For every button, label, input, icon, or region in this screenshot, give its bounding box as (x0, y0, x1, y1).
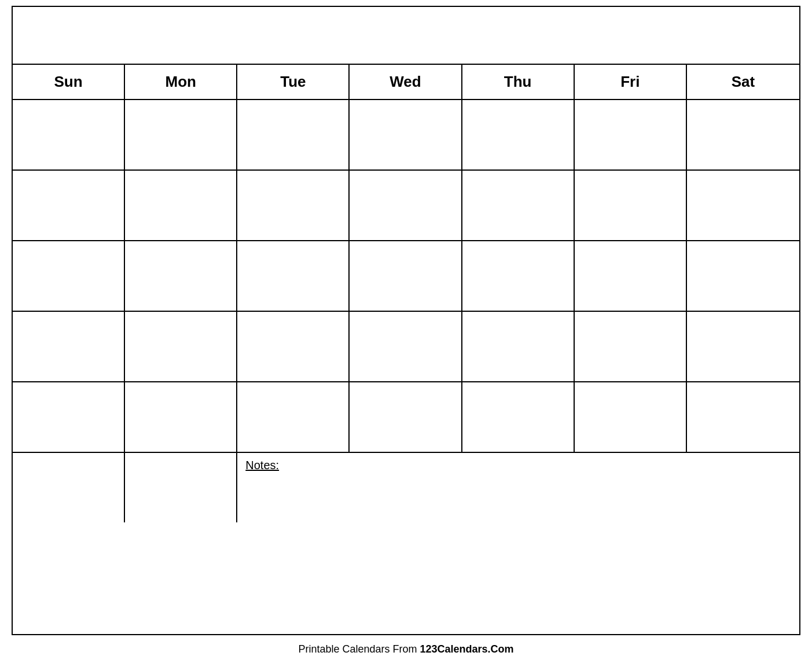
footer-text-prefix: Printable Calendars From (298, 643, 420, 655)
header-fri: Fri (575, 65, 687, 99)
cell-5-thu (462, 382, 575, 452)
header-tue: Tue (237, 65, 350, 99)
header-thu: Thu (462, 65, 575, 99)
cell-2-fri (575, 171, 687, 240)
cell-1-sat (687, 100, 799, 169)
cell-2-mon (125, 171, 237, 240)
header-sun: Sun (13, 65, 125, 99)
cell-1-tue (237, 100, 350, 169)
week-row-4 (13, 312, 799, 382)
cell-5-fri (575, 382, 687, 452)
cell-4-sat (687, 312, 799, 381)
cell-5-tue (237, 382, 350, 452)
cell-5-mon (125, 382, 237, 452)
cell-2-wed (350, 171, 462, 240)
cell-4-fri (575, 312, 687, 381)
cell-1-thu (462, 100, 575, 169)
notes-label: Notes: (245, 459, 279, 471)
cell-4-mon (125, 312, 237, 381)
calendar-title-row (13, 7, 799, 65)
week-row-5 (13, 382, 799, 453)
page-wrapper: Sun Mon Tue Wed Thu Fri Sat (0, 0, 812, 667)
header-mon: Mon (125, 65, 237, 99)
cell-2-tue (237, 171, 350, 240)
cell-4-thu (462, 312, 575, 381)
cell-1-sun (13, 100, 125, 169)
cell-4-wed (350, 312, 462, 381)
cell-5-sun (13, 382, 125, 452)
notes-content: Notes: (237, 453, 799, 522)
week-row-3 (13, 241, 799, 312)
cell-5-sat (687, 382, 799, 452)
cell-3-thu (462, 241, 575, 311)
notes-empty-mon (125, 453, 237, 522)
footer-text-bold: 123Calendars.Com (420, 643, 514, 655)
footer: Printable Calendars From 123Calendars.Co… (298, 643, 513, 655)
cell-2-sat (687, 171, 799, 240)
cell-1-wed (350, 100, 462, 169)
header-wed: Wed (350, 65, 462, 99)
header-sat: Sat (687, 65, 799, 99)
cell-3-wed (350, 241, 462, 311)
cell-3-tue (237, 241, 350, 311)
cell-3-sat (687, 241, 799, 311)
cell-4-sun (13, 312, 125, 381)
calendar-container: Sun Mon Tue Wed Thu Fri Sat (12, 6, 800, 635)
cell-4-tue (237, 312, 350, 381)
cell-5-wed (350, 382, 462, 452)
cell-3-fri (575, 241, 687, 311)
notes-row: Notes: (13, 453, 799, 522)
week-row-1 (13, 100, 799, 171)
calendar-header-row: Sun Mon Tue Wed Thu Fri Sat (13, 65, 799, 100)
calendar-body: Notes: (13, 100, 799, 522)
cell-2-thu (462, 171, 575, 240)
cell-1-fri (575, 100, 687, 169)
cell-1-mon (125, 100, 237, 169)
cell-2-sun (13, 171, 125, 240)
cell-3-sun (13, 241, 125, 311)
notes-empty-sun (13, 453, 125, 522)
cell-3-mon (125, 241, 237, 311)
week-row-2 (13, 171, 799, 241)
